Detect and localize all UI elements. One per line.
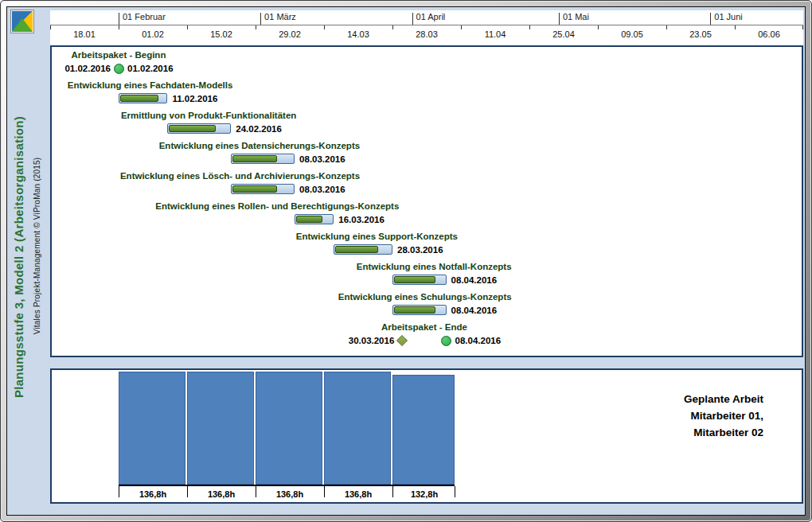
task-name: Entwicklung eines Support-Konzepts <box>296 231 458 243</box>
legend-line-3: Mitarbeiter 02 <box>684 424 763 441</box>
date-label: 28.03 <box>392 29 461 39</box>
date-tick <box>529 25 530 29</box>
gantt-bar-progress <box>394 276 435 283</box>
date-tick <box>324 25 325 29</box>
date-label: 23.05 <box>666 29 735 39</box>
gantt-rows: Arbeitspaket - Beginn01.02.201601.02.201… <box>52 47 802 356</box>
month-label: 01 April <box>416 12 446 21</box>
date-tick <box>666 25 667 29</box>
task-name: Ermittlung von Produkt-Funktionalitäten <box>121 110 296 122</box>
task-name: Entwicklung eines Schulungs-Konzepts <box>338 291 512 303</box>
histogram-value: 136,8h <box>187 489 256 501</box>
task-name: Arbeitspaket - Ende <box>281 321 568 333</box>
workload-histogram: 136,8h136,8h136,8h136,8h132,8h Geplante … <box>50 368 803 504</box>
milestone-circle-icon[interactable] <box>114 64 124 74</box>
histogram-bar[interactable] <box>324 372 391 485</box>
date-tick <box>802 25 803 29</box>
histogram-bar[interactable] <box>256 372 322 485</box>
histogram-value: 136,8h <box>119 489 187 501</box>
month-tick <box>119 13 119 25</box>
gantt-bar-progress <box>232 185 277 193</box>
gantt-bar[interactable] <box>392 305 447 315</box>
content-area: Planungsstufe 3, Modell 2 (Arbeitsorgani… <box>6 6 806 516</box>
month-tick <box>559 13 560 25</box>
date-tick <box>392 25 393 29</box>
milestone-diamond-icon[interactable] <box>396 334 408 345</box>
month-label: 01 Februar <box>123 12 166 21</box>
histogram-baseline <box>119 485 455 486</box>
date-label: 14.03 <box>324 29 392 39</box>
date-tick <box>50 25 51 29</box>
task-end-date: 11.02.2016 <box>172 93 217 104</box>
month-tick <box>412 13 413 25</box>
date-label: 01.02 <box>119 29 187 39</box>
gantt-bar[interactable] <box>334 244 392 255</box>
gantt-chart: Arbeitspaket - Beginn01.02.201601.02.201… <box>50 45 803 357</box>
date-label: 18.01 <box>50 29 119 39</box>
histogram-bar[interactable] <box>119 372 185 485</box>
date-label: 29.02 <box>256 29 324 39</box>
date-tick <box>598 25 599 29</box>
viproman-logo-icon <box>10 10 34 33</box>
gantt-bar[interactable] <box>231 184 295 194</box>
gantt-bar-progress <box>169 125 215 132</box>
month-label: 01 März <box>264 12 296 21</box>
milestone-date-left: 30.03.2016 <box>349 335 395 346</box>
sidebar-subtitle: Vitales Projekt-Management © ViProMan (2… <box>32 104 42 388</box>
sidebar-title: Planungsstufe 3, Modell 2 (Arbeitsorgani… <box>9 34 29 480</box>
task-end-date: 24.02.2016 <box>236 123 282 134</box>
gantt-bar-progress <box>394 306 435 314</box>
legend-line-1: Geplante Arbeit <box>684 391 763 407</box>
histogram-tick <box>119 486 119 497</box>
task-end-date: 08.04.2016 <box>451 275 498 286</box>
task-name: Entwicklung eines Datensicherungs-Konzep… <box>159 140 360 152</box>
histogram-value: 136,8h <box>256 489 324 501</box>
date-label: 09.05 <box>598 29 666 39</box>
gantt-bar-progress <box>232 155 277 162</box>
gantt-bar-progress <box>296 216 322 223</box>
legend-line-2: Mitarbeiter 01, <box>684 407 763 424</box>
date-tick <box>119 25 119 29</box>
task-end-date: 16.03.2016 <box>338 214 385 225</box>
month-tick <box>260 13 261 25</box>
histogram-legend: Geplante Arbeit Mitarbeiter 01, Mitarbei… <box>684 391 763 441</box>
gantt-bar-progress <box>335 246 378 253</box>
task-name: Entwicklung eines Lösch- und Archivierun… <box>120 170 360 182</box>
date-label: 15.02 <box>187 29 256 39</box>
gantt-bar-progress <box>120 95 158 102</box>
histogram-tick <box>324 486 325 497</box>
task-end-date: 08.03.2016 <box>299 184 345 195</box>
gantt-bar[interactable] <box>295 214 334 224</box>
task-end-date: 08.03.2016 <box>299 154 345 165</box>
milestone-circle-icon[interactable] <box>441 336 451 346</box>
histogram-bar[interactable] <box>187 372 254 485</box>
milestone-date-left: 01.02.2016 <box>64 63 111 74</box>
task-name: Entwicklung eines Rollen- und Berechtigu… <box>155 201 399 212</box>
date-tick <box>256 25 256 29</box>
date-label: 06.06 <box>735 29 803 39</box>
histogram-tick <box>256 486 256 497</box>
task-end-date: 08.04.2016 <box>451 305 498 316</box>
month-tick <box>710 13 711 25</box>
gantt-bar[interactable] <box>167 123 231 134</box>
milestone-date-right: 08.04.2016 <box>455 335 502 346</box>
date-tick <box>187 25 188 29</box>
histogram-bar[interactable] <box>392 375 455 485</box>
milestone-date-right: 01.02.2016 <box>127 63 174 74</box>
month-label: 01 Mai <box>563 12 589 21</box>
gantt-bar[interactable] <box>392 275 447 285</box>
gantt-bar[interactable] <box>119 93 167 103</box>
task-end-date: 28.03.2016 <box>397 244 443 255</box>
month-label: 01 Juni <box>714 12 742 21</box>
histogram-tick <box>455 486 455 497</box>
gantt-bar[interactable] <box>231 154 295 164</box>
histogram-value: 132,8h <box>392 489 456 501</box>
timeline-header: 01 Februar01 März01 April01 Mai01 Juni18… <box>50 10 803 45</box>
date-tick <box>735 25 736 29</box>
task-name: Arbeitspaket - Beginn <box>6 49 262 61</box>
timeline-separator <box>50 25 803 25</box>
viproman-window: Planungsstufe 3, Modell 2 (Arbeitsorgani… <box>0 0 812 522</box>
histogram-tick <box>392 486 393 497</box>
histogram-tick <box>187 486 188 497</box>
task-name: Entwicklung eines Fachdaten-Modells <box>68 80 233 92</box>
